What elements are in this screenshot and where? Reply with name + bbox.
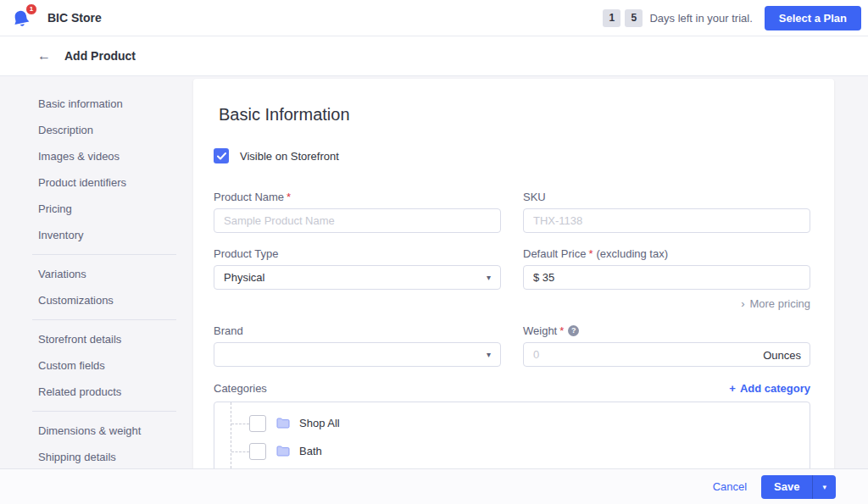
default-price-note: (excluding tax) xyxy=(596,247,668,260)
folder-icon xyxy=(276,418,290,429)
plus-icon: + xyxy=(729,382,736,395)
category-tree: Shop All Bath xyxy=(214,402,810,468)
brand-field: Brand ▾ xyxy=(214,324,501,367)
required-asterisk: * xyxy=(559,324,564,337)
default-price-input[interactable] xyxy=(523,265,810,290)
save-button[interactable]: Save xyxy=(761,475,812,499)
basic-information-card: Basic Information Visible on Storefront … xyxy=(193,79,834,468)
folder-icon xyxy=(276,446,290,457)
sidebar-item-pricing[interactable]: Pricing xyxy=(0,196,193,222)
sidebar-divider xyxy=(32,319,176,320)
category-tree-row: Bath xyxy=(214,437,810,465)
bell-logo-icon[interactable]: 1 xyxy=(10,5,34,30)
weight-label: Weight*? xyxy=(523,324,810,337)
content-area: Basic information Description Images & v… xyxy=(0,76,868,468)
section-sidebar: Basic information Description Images & v… xyxy=(0,76,193,468)
basic-info-form: Product Name* SKU Product Type xyxy=(214,191,810,367)
categories-header: Categories +Add category xyxy=(214,382,810,395)
product-type-field: Product Type Physical ▾ xyxy=(214,247,501,310)
sidebar-divider xyxy=(32,411,176,412)
sidebar-item-basic-information[interactable]: Basic information xyxy=(0,91,193,117)
sidebar-item-shipping-details[interactable]: Shipping details xyxy=(0,444,193,468)
category-label[interactable]: Shop All xyxy=(299,417,340,429)
app-header: 1 BIC Store 1 5 Days left in your trial.… xyxy=(0,0,868,36)
categories-label: Categories xyxy=(214,382,267,395)
section-title: Basic Information xyxy=(219,102,810,126)
brand-select[interactable]: ▾ xyxy=(214,342,501,367)
help-icon[interactable]: ? xyxy=(568,325,579,336)
trial-text: Days left in your trial. xyxy=(649,12,752,25)
save-options-button[interactable]: ▾ xyxy=(813,475,836,499)
select-plan-button[interactable]: Select a Plan xyxy=(765,6,861,30)
sku-input[interactable] xyxy=(523,208,810,233)
trial-days-digit-2: 5 xyxy=(625,9,643,27)
sku-label: SKU xyxy=(523,191,810,203)
sidebar-item-variations[interactable]: Variations xyxy=(0,261,193,287)
notification-badge: 1 xyxy=(25,3,37,15)
save-split-button: Save ▾ xyxy=(761,475,836,499)
sidebar-item-storefront-details[interactable]: Storefront details xyxy=(0,326,193,352)
product-type-select[interactable]: Physical ▾ xyxy=(214,265,501,290)
brand-label: Brand xyxy=(214,324,501,337)
weight-field: Weight*? Ounces xyxy=(523,324,810,367)
weight-unit: Ounces xyxy=(763,348,801,361)
sidebar-item-inventory[interactable]: Inventory xyxy=(0,222,193,248)
sku-field: SKU xyxy=(523,191,810,233)
add-category-button[interactable]: +Add category xyxy=(729,382,810,395)
sidebar-item-images-videos[interactable]: Images & videos xyxy=(0,143,193,169)
back-arrow-icon[interactable]: ← xyxy=(36,48,53,64)
category-tree-row: Shop All xyxy=(214,409,810,437)
checkmark-icon xyxy=(217,152,226,160)
add-product-page: 1 BIC Store 1 5 Days left in your trial.… xyxy=(0,0,868,504)
product-name-field: Product Name* xyxy=(214,191,501,233)
more-pricing-link[interactable]: ›More pricing xyxy=(523,297,810,310)
trial-days-digit-1: 1 xyxy=(603,9,620,27)
tree-connector-line xyxy=(231,451,249,452)
sidebar-item-custom-fields[interactable]: Custom fields xyxy=(0,352,193,379)
product-type-label: Product Type xyxy=(214,247,501,260)
product-name-label: Product Name* xyxy=(214,191,501,203)
store-name: BIC Store xyxy=(47,11,102,25)
default-price-field: Default Price*(excluding tax) ›More pric… xyxy=(523,247,810,310)
sidebar-item-customizations[interactable]: Customizations xyxy=(0,287,193,313)
default-price-label: Default Price*(excluding tax) xyxy=(523,247,810,260)
sidebar-divider xyxy=(32,254,176,255)
brand: 1 BIC Store xyxy=(10,5,102,30)
sidebar-item-dimensions-weight[interactable]: Dimensions & weight xyxy=(0,418,193,444)
weight-input-wrap: Ounces xyxy=(523,342,810,367)
caret-down-icon: ▾ xyxy=(487,274,491,282)
action-footer: Cancel Save ▾ xyxy=(0,468,868,504)
tree-connector-line xyxy=(231,424,249,424)
product-type-value: Physical xyxy=(224,271,264,284)
caret-down-icon: ▾ xyxy=(487,351,491,359)
visible-on-storefront-checkbox[interactable] xyxy=(214,148,229,163)
required-asterisk: * xyxy=(287,191,291,203)
sidebar-item-description[interactable]: Description xyxy=(0,117,193,143)
caret-down-icon: ▾ xyxy=(822,483,826,491)
page-title: Add Product xyxy=(64,49,136,63)
visible-on-storefront-row: Visible on Storefront xyxy=(214,148,810,163)
product-name-input[interactable] xyxy=(214,208,501,233)
cancel-button[interactable]: Cancel xyxy=(713,480,747,493)
category-label[interactable]: Bath xyxy=(299,445,322,457)
required-asterisk: * xyxy=(588,247,593,260)
page-subheader: ← Add Product xyxy=(0,36,868,76)
trial-info: 1 5 Days left in your trial. Select a Pl… xyxy=(603,6,861,30)
visible-on-storefront-label: Visible on Storefront xyxy=(240,150,339,163)
sidebar-item-related-products[interactable]: Related products xyxy=(0,379,193,405)
sidebar-item-product-identifiers[interactable]: Product identifiers xyxy=(0,169,193,196)
category-checkbox-bath[interactable] xyxy=(249,443,266,460)
chevron-right-icon: › xyxy=(741,297,744,310)
category-checkbox-shop-all[interactable] xyxy=(249,415,266,432)
